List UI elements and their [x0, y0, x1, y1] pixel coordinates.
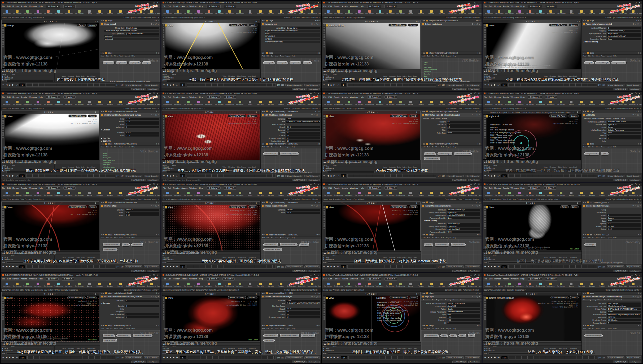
- shelf-tool[interactable]: Test Geometry: [54, 283, 63, 287]
- pathbar-icons[interactable]: ✛ ⊡: [317, 324, 320, 327]
- shelf-tool[interactable]: Spot Light: [427, 101, 436, 105]
- menu-item[interactable]: Windows: [510, 5, 518, 7]
- value-pane-tabs[interactable]: Value Metadata Editor Nodes Layer Stack: [222, 166, 256, 168]
- context-pill[interactable]: obj/TEARING_E: [452, 88, 467, 90]
- pane-tabs-right[interactable]: Context Options Editor Performance Monit…: [284, 107, 320, 109]
- parameter-row[interactable]: Jitter1: [423, 129, 480, 131]
- parameters-breadcrumb[interactable]: stage › materiallibrary1 › mtlxmaterial: [429, 20, 458, 21]
- parameter-row[interactable]: Anisotropy0: [101, 126, 159, 128]
- panel-title-icons[interactable]: ⚙ ⌕ ⓘ ▸: [472, 205, 480, 207]
- main-selector[interactable]: ⊕ Main ▾: [63, 5, 76, 8]
- camera-pill[interactable]: No cam: [247, 115, 257, 117]
- renderer-pill[interactable]: Karma XPU Persp: [390, 205, 408, 208]
- back-forward-icons[interactable]: ◀ ▶: [422, 20, 426, 22]
- window-controls[interactable]: — ▢ ✕: [310, 274, 320, 276]
- panel-title-icons[interactable]: ⚙ ⌕ ⓘ ▸: [311, 296, 320, 298]
- parameter-row[interactable]: LayoutSquare: [583, 217, 641, 219]
- pane-tabs-left[interactable]: Scene View Animation Editor Geometry Spr…: [2, 107, 44, 109]
- shelf-tool[interactable]: Test Geometry: [495, 283, 504, 287]
- transport-controls[interactable]: ⏮ ◀ ■ ▶ ⏭: [484, 265, 500, 268]
- menu-item[interactable]: Assets: [181, 187, 187, 189]
- pane-tabs-left[interactable]: Scene View Animation Editor Geometry Spr…: [484, 16, 526, 18]
- parameter-row[interactable]: Exposure2.56: [423, 319, 480, 321]
- shelf-tool[interactable]: Test Geometry: [64, 283, 73, 287]
- shelf-tool[interactable]: Test Geometry: [44, 101, 53, 105]
- menu-item[interactable]: File: [323, 96, 327, 98]
- pathbar-icons[interactable]: ▾ ✛ ⊡: [155, 20, 159, 22]
- shelf-tool[interactable]: Area Light: [277, 10, 286, 14]
- network-node[interactable]: sheen_color: [103, 157, 158, 159]
- viewport-settings-icons[interactable]: ⚙ ◔: [255, 111, 259, 113]
- scene-graph-item[interactable]: HAND: [323, 348, 375, 350]
- shelf-tool[interactable]: Test Geometry: [163, 10, 172, 14]
- keys-indicator[interactable]: 0 keys, 0/0 channels: [446, 356, 464, 359]
- back-forward-icons[interactable]: ◀ ▶: [422, 201, 426, 203]
- shelf-tool[interactable]: Test Geometry: [386, 192, 395, 196]
- frame-range-b[interactable]: 180: [121, 357, 124, 359]
- parameter-row[interactable]: ▸ Material Binding: [583, 41, 641, 43]
- viewport-toolbar-icons[interactable]: ✥ ⤢ ↻ ▦ ◧ ⬚ 🞄: [44, 111, 57, 113]
- parameter-row[interactable]: Realworld tile size1 1: [262, 140, 320, 142]
- menu-item[interactable]: Help: [520, 96, 524, 98]
- shelf-tool[interactable]: Test Geometry: [365, 192, 374, 196]
- timeline-slider[interactable]: [26, 174, 115, 178]
- network-node[interactable]: base: [424, 64, 480, 66]
- window-controls[interactable]: — ▢ ✕: [631, 274, 641, 276]
- network-node[interactable]: base_color: [424, 66, 480, 68]
- timeline-slider[interactable]: [347, 265, 436, 269]
- transport-controls[interactable]: ⏮ ◀ ■ ▶ ⏭: [323, 84, 339, 86]
- parameter-row[interactable]: Layers above layer breaks will be stripp…: [101, 30, 159, 32]
- shelf-tool[interactable]: Karma Physical Sky: [157, 101, 160, 105]
- shelf-tool[interactable]: Camera: [406, 101, 415, 105]
- shelf-tool[interactable]: Point Light: [417, 101, 426, 105]
- parameter-row[interactable]: U tiling1 0: [262, 313, 320, 316]
- pane-tabs-right[interactable]: Context Options Editor Performance Monit…: [124, 107, 159, 109]
- pane-tabs-right[interactable]: Context Options Editor Performance Monit…: [606, 289, 641, 291]
- pathbar-icons[interactable]: ▾ ✛ ⊡: [636, 20, 641, 22]
- menu-item[interactable]: Assets: [181, 278, 187, 280]
- menu-item[interactable]: Help: [39, 5, 43, 7]
- shelf-tool[interactable]: Test Geometry: [495, 101, 504, 105]
- pane-tabs-right[interactable]: Context Options Editor Performance Monit…: [284, 16, 320, 18]
- network-node[interactable]: mtlxstandard_surface: [280, 152, 299, 155]
- shelf-tool[interactable]: Camera: [246, 283, 255, 287]
- shelf-tool[interactable]: Camera: [85, 101, 94, 105]
- viewport-settings-icons[interactable]: ⚙ ◔: [95, 111, 98, 113]
- back-forward-icons[interactable]: ◀ ▶: [422, 110, 426, 112]
- window-controls[interactable]: — ▢ ✕: [631, 2, 641, 4]
- main-selector[interactable]: ⊕ Main ▾: [545, 277, 558, 280]
- parameter-tabs[interactable]: Rendering Image Output Deep Output Advan…: [582, 299, 642, 301]
- parameters-breadcrumb[interactable]: stage: [108, 20, 112, 21]
- network-node[interactable]: materiallibrary1: [435, 243, 449, 246]
- network-node[interactable]: mtlxstandard_surface1: [280, 334, 300, 337]
- parameter-row[interactable]: File Color Space: [262, 305, 320, 307]
- timeline-slider[interactable]: [509, 356, 597, 359]
- menu-item[interactable]: Assets: [21, 96, 27, 98]
- shelf-tool[interactable]: Geometry Light: [126, 192, 135, 196]
- pathbar-icons[interactable]: ▾ ✛ ⊡: [636, 201, 641, 203]
- shelf-tool[interactable]: Distant Light: [297, 101, 306, 105]
- context-pill[interactable]: obj/TEARING_E: [292, 270, 307, 272]
- pathbar-icons[interactable]: ▾ ✛ ⊡: [636, 110, 641, 112]
- network-node[interactable]: merge1: [142, 61, 151, 64]
- frame-range-a[interactable]: 144: [438, 84, 440, 86]
- auto-update-pill[interactable]: Auto Update: [147, 179, 159, 181]
- context-pill[interactable]: obj/TEARING_E: [613, 361, 628, 363]
- parameter-row[interactable]: Offset0 0: [423, 126, 480, 129]
- parameter-row[interactable]: Exposure0: [583, 137, 641, 140]
- shelf-tool[interactable]: Point Light: [256, 10, 265, 14]
- shelf-tool[interactable]: Camera: [85, 192, 94, 196]
- network-menu[interactable]: Add Edit Go View Tools Layout Help: [261, 236, 321, 239]
- context-pill[interactable]: obj/TEARING_E: [613, 88, 628, 90]
- window-controls[interactable]: — ▢ ✕: [470, 274, 480, 276]
- shelf-tool[interactable]: Distant Light: [458, 101, 467, 105]
- pathbar-icons[interactable]: ✛ ⊡: [317, 52, 320, 54]
- shelf-tool[interactable]: Test Geometry: [536, 283, 545, 287]
- network-menu[interactable]: Add Edit Go View Tools Layout Help: [261, 146, 321, 148]
- camera-pill[interactable]: /cam1: [409, 205, 418, 208]
- pane-tabs-left[interactable]: Scene View Animation Editor Geometry Spr…: [484, 107, 526, 109]
- shelf-tool[interactable]: Test Geometry: [557, 192, 566, 196]
- shelf-tool[interactable]: Test Geometry: [2, 101, 11, 105]
- value-pane-tabs[interactable]: Value Metadata Editor Nodes Layer Stack: [544, 348, 577, 349]
- main-selector[interactable]: ⊕ Main ▾: [384, 95, 397, 99]
